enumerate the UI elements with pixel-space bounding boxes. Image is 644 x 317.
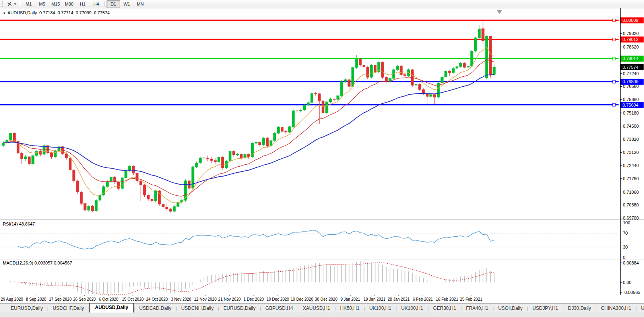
chart-tab-usoil-daily[interactable]: USOil,Daily: [494, 304, 527, 312]
timeframe-button-h1[interactable]: H1: [76, 0, 89, 8]
chart-tab-china300-h1[interactable]: CHINA300,H1: [597, 304, 636, 312]
timeframe-button-mn[interactable]: MN: [134, 0, 147, 8]
candle-body: [233, 151, 235, 155]
candle-body: [229, 151, 231, 161]
candle-body: [258, 142, 261, 145]
candle-body: [337, 96, 339, 100]
candle-body: [173, 206, 176, 211]
price-tick-label: 0.75880: [623, 97, 639, 102]
chart-tab-uk100-h1[interactable]: UK100,H1: [397, 304, 427, 312]
candle-body: [28, 157, 31, 164]
candle-body: [430, 95, 433, 97]
hline-handle[interactable]: [613, 19, 615, 22]
candle-body: [340, 82, 343, 96]
chart-tab-usdcnh-daily[interactable]: USDCNH,Daily: [177, 304, 218, 312]
chart-tab-dj30-daily[interactable]: DJ30,Daily: [564, 304, 596, 312]
candle-body: [355, 59, 358, 68]
price-tick-label: 0.71760: [623, 176, 639, 181]
candle-body: [403, 75, 406, 76]
candle-body: [154, 191, 157, 201]
chart-tab-uk100-h1[interactable]: UK100,H1: [365, 304, 396, 312]
candle-body: [132, 166, 135, 173]
date-label: 21 Nov 2020: [218, 297, 241, 301]
candle-body: [165, 207, 168, 209]
candle-body: [326, 102, 328, 113]
candle-body: [147, 195, 150, 199]
toolbar-separator: [105, 1, 105, 7]
candle-body: [169, 209, 172, 211]
candle-body: [136, 173, 139, 181]
candle-body: [162, 204, 165, 207]
candle-body: [381, 62, 384, 78]
chart-tab-xauusd-h1[interactable]: XAUUSD,H1: [299, 304, 335, 312]
chart-tab-fra40-h1[interactable]: FRA40,H1: [462, 304, 493, 312]
candle-body: [192, 167, 194, 188]
candle-body: [106, 182, 109, 187]
status-strip: [0, 313, 644, 317]
candle-body: [467, 66, 469, 67]
chart-tab-usdcad-daily[interactable]: USDCAD,Daily: [135, 304, 176, 312]
chart-tab-usdchf-daily[interactable]: USDCHF,Daily: [48, 304, 89, 312]
chart-tab-hk50-h1[interactable]: HK50,H1: [336, 304, 364, 312]
candle-body: [158, 191, 161, 204]
candle-body: [478, 29, 481, 38]
hline-handle[interactable]: [613, 103, 615, 106]
crosshair-cursor-icon[interactable]: [6, 1, 13, 7]
candle-body: [333, 99, 336, 99]
timeframe-button-d1[interactable]: D1: [107, 0, 120, 8]
timeframe-button-m5[interactable]: M5: [35, 0, 49, 8]
price-tick-label: 0.73820: [623, 137, 639, 142]
macd-tick-label: 0.00: [623, 280, 631, 285]
date-label: 30 Dec 2020: [315, 297, 338, 301]
date-axis-border: [0, 295, 644, 295]
date-label: 16 Feb 2021: [436, 297, 458, 301]
date-label: 12 Nov 2020: [194, 297, 217, 301]
candle-body: [2, 143, 5, 146]
timeframe-button-m30[interactable]: M30: [62, 0, 76, 8]
candle-body: [296, 111, 299, 111]
candle-body: [13, 133, 16, 141]
toolbar-grip-icon[interactable]: [2, 1, 4, 7]
price-badge-label: 0.77574: [623, 65, 638, 70]
candle-body: [80, 192, 83, 204]
chart-tab-audusd-daily[interactable]: AUDUSD,Daily: [89, 303, 134, 313]
mt4-window: { "toolbar": { "timeframes": ["M1","M5",…: [0, 0, 644, 317]
hline-handle[interactable]: [613, 38, 615, 41]
chart-tab-usdjpy-h1[interactable]: USDJPY,H1: [528, 304, 562, 312]
chart-tab-usoil-[interactable]: USOil,: [637, 304, 644, 312]
candle-body: [359, 59, 362, 65]
chart-tab-eurusd-daily[interactable]: EURUSD,Daily: [6, 304, 47, 312]
date-label: 29 Aug 2020: [1, 297, 23, 301]
candle-body: [370, 65, 373, 77]
candle-body: [422, 89, 425, 93]
chart-tab-eurusd-daily[interactable]: EURUSD,Daily: [219, 304, 260, 312]
hline-handle[interactable]: [613, 80, 615, 83]
date-label: 24 Oct 2020: [146, 297, 168, 301]
timeframe-button-m1[interactable]: M1: [22, 0, 35, 8]
timeframe-button-h4[interactable]: H4: [89, 0, 103, 8]
candle-body: [396, 66, 399, 70]
date-label: 6 Oct 2020: [99, 297, 118, 301]
candle-body: [456, 66, 458, 68]
price-tick-label: 0.69700: [623, 216, 639, 220]
hline-handle[interactable]: [613, 57, 615, 60]
candle-body: [419, 84, 421, 90]
candle-body: [221, 157, 224, 168]
chart-tab-gbpusd-h4[interactable]: GBPUSD,H4: [261, 304, 297, 312]
chart-tab-ger30-h1[interactable]: GER30,H1: [429, 304, 460, 312]
candle-body: [285, 131, 287, 132]
candle-body: [125, 171, 128, 178]
candle-body: [367, 67, 369, 77]
candle-body: [463, 63, 466, 68]
candle-body: [240, 154, 243, 158]
timeframe-button-m15[interactable]: M15: [49, 0, 62, 8]
candle-body: [210, 159, 213, 161]
chevron-down-icon[interactable]: ▼: [14, 2, 17, 6]
candle-body: [32, 156, 35, 164]
price-badge-label: 0.75604: [623, 103, 638, 107]
timeframe-button-w1[interactable]: W1: [120, 0, 134, 8]
candle-body: [485, 36, 488, 78]
chart-canvas[interactable]: 0.793200.786200.779400.772400.765600.758…: [0, 8, 644, 303]
candle-body: [307, 103, 310, 105]
candle-body: [303, 105, 306, 110]
